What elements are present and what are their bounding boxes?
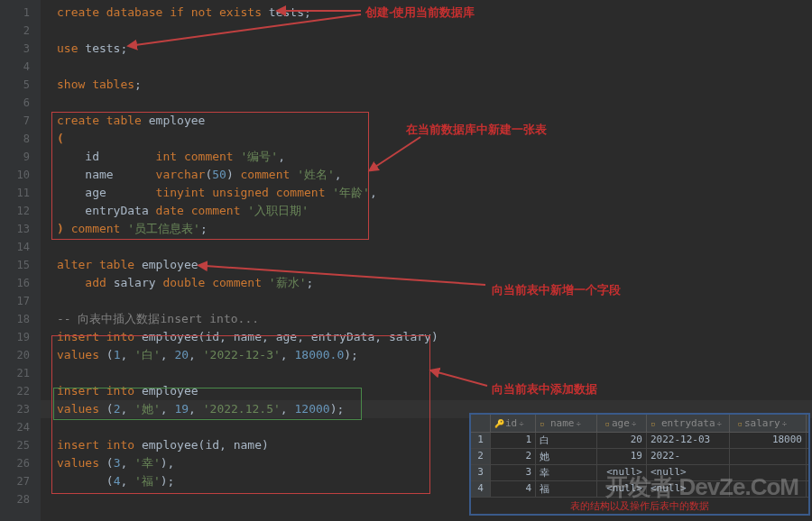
line-number: 18 [0,310,41,328]
column-header[interactable]: ▫name ÷ [536,415,597,432]
line-number: 28 [0,490,41,508]
column-icon: ▫ [601,419,610,428]
annotation-label: 表的结构以及操作后表中的数据 [471,498,808,514]
code-line[interactable]: name varchar(50) comment '姓名', [41,166,812,184]
line-number: 1 [0,4,41,22]
code-line[interactable] [41,58,812,76]
code-line[interactable]: values (1, '白', 20, '2022-12-3', 18000.0… [41,346,812,364]
table-header-row: 🔑id ÷ ▫name ÷ ▫age ÷ ▫entrydata ÷ ▫salar… [471,415,808,433]
line-number: 15 [0,256,41,274]
sort-icon: ÷ [632,419,636,428]
line-number: 13 [0,220,41,238]
code-line[interactable]: create table employee [41,112,812,130]
line-number: 14 [0,238,41,256]
column-header[interactable]: ▫age ÷ [597,415,647,432]
sort-icon: ÷ [717,419,722,428]
table-row[interactable]: 2 2 她 19 2022- [471,449,808,465]
code-line[interactable]: entryData date comment '入职日期' [41,202,812,220]
line-number: 27 [0,472,41,490]
sort-icon: ÷ [577,419,581,428]
code-line[interactable] [41,364,812,382]
code-line[interactable]: ( [41,130,812,148]
line-number: 12 [0,202,41,220]
line-number: 22 [0,382,41,400]
code-line[interactable]: ) comment '员工信息表'; [41,220,812,238]
line-number: 25 [0,436,41,454]
code-line[interactable] [41,292,812,310]
line-number: 7 [0,112,41,130]
code-line[interactable]: id int comment '编号', [41,148,812,166]
code-line[interactable]: insert into employee [41,382,812,400]
column-header[interactable]: 🔑id ÷ [491,415,536,432]
code-line[interactable]: insert into employee(id, name, age, entr… [41,328,812,346]
line-number: 19 [0,328,41,346]
code-line[interactable]: use tests; [41,40,812,58]
line-number: 4 [0,58,41,76]
table-row[interactable]: 4 4 福 <null> <null> [471,481,808,498]
line-number: 10 [0,166,41,184]
line-number: 5 [0,76,41,94]
line-number: 8 [0,130,41,148]
query-result-table[interactable]: 🔑id ÷ ▫name ÷ ▫age ÷ ▫entrydata ÷ ▫salar… [469,413,810,516]
line-number: 23 [0,400,41,418]
line-number: 3 [0,40,41,58]
column-icon: ▫ [651,419,660,428]
column-header[interactable]: ▫salary ÷ [730,415,807,432]
line-number: 2 [0,22,41,40]
code-line[interactable]: -- 向表中插入数据insert into... [41,310,812,328]
column-icon: ▫ [540,419,549,428]
table-row[interactable]: 3 3 幸 <null> <null> [471,465,808,481]
code-line[interactable]: age tinyint unsigned comment '年龄', [41,184,812,202]
line-number: 24 [0,418,41,436]
line-number: 9 [0,148,41,166]
code-line[interactable]: add salary double comment '薪水'; [41,274,812,292]
line-number: 11 [0,184,41,202]
line-number: 21 [0,364,41,382]
key-icon: 🔑 [494,419,503,428]
sort-icon: ÷ [782,419,787,428]
code-line[interactable] [41,94,812,112]
column-icon: ▫ [734,419,743,428]
row-number-header [471,415,491,432]
sort-icon: ÷ [519,419,523,428]
code-line[interactable] [41,238,812,256]
line-number-gutter: 1 2 3 4 5 6 7 8 9 10 11 12 13 14 15 16 1… [0,0,41,521]
line-number: 17 [0,292,41,310]
code-line[interactable]: show tables; [41,76,812,94]
column-header[interactable]: ▫entrydata ÷ [647,415,730,432]
line-number: 20 [0,346,41,364]
line-number: 26 [0,454,41,472]
code-line[interactable]: create database if not exists tests; [41,4,812,22]
code-line[interactable]: alter table employee [41,256,812,274]
table-row[interactable]: 1 1 白 20 2022-12-03 18000 [471,433,808,449]
code-line[interactable] [41,22,812,40]
line-number: 6 [0,94,41,112]
line-number: 16 [0,274,41,292]
